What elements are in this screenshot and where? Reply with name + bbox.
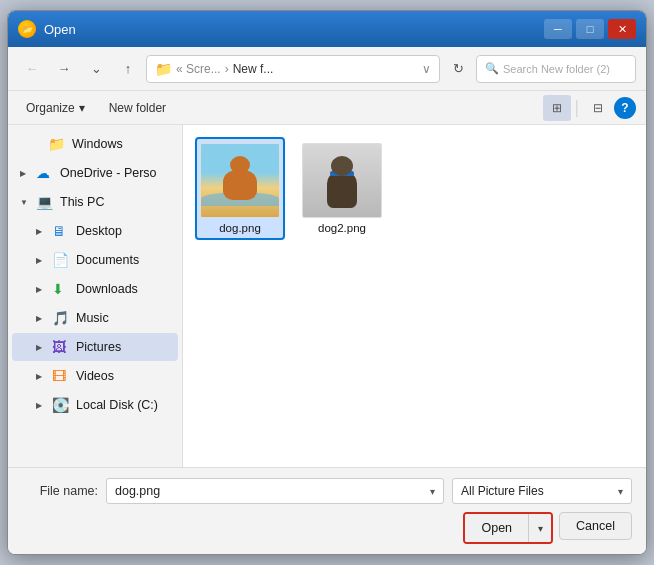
filename-dropdown-icon: ▾ — [430, 486, 435, 497]
filename-label: File name: — [22, 484, 98, 498]
expand-icon-localdisk: ▶ — [36, 401, 52, 410]
view-divider: │ — [573, 100, 582, 116]
maximize-button[interactable]: □ — [576, 19, 604, 39]
refresh-button[interactable]: ↻ — [444, 55, 472, 83]
address-sep1: › — [225, 62, 229, 76]
organize-arrow-icon: ▾ — [79, 101, 85, 115]
downloads-icon: ⬇ — [52, 281, 72, 297]
windows-folder-icon: 📁 — [48, 136, 68, 152]
grid-view-button[interactable]: ⊞ — [543, 95, 571, 121]
filetype-select[interactable]: All Picture Files ▾ — [452, 478, 632, 504]
sidebar: 📁 Windows ▶ ☁ OneDrive - Perso ▼ 💻 This … — [8, 125, 183, 467]
dog2-thumbnail — [302, 143, 382, 218]
new-folder-label: New folder — [109, 101, 166, 115]
cancel-button[interactable]: Cancel — [559, 512, 632, 540]
view-controls: ⊞ │ ⊟ ? — [543, 95, 636, 121]
file-item-dog2[interactable]: dog2.png — [297, 137, 387, 240]
action-bar: Organize ▾ New folder ⊞ │ ⊟ ? — [8, 91, 646, 125]
minimize-button[interactable]: ─ — [544, 19, 572, 39]
address-toolbar: ← → ⌄ ↑ 📁 « Scre... › New f... ∨ ↻ 🔍 Sea… — [8, 47, 646, 91]
detail-view-button[interactable]: ⊟ — [584, 95, 612, 121]
pictures-icon: 🖼 — [52, 339, 72, 355]
documents-icon: 📄 — [52, 252, 72, 268]
open-button-group: Open ▾ — [463, 512, 553, 544]
search-placeholder: Search New folder (2) — [503, 63, 610, 75]
expand-icon-thispc: ▼ — [20, 198, 36, 207]
filename-value: dog.png — [115, 484, 160, 498]
search-bar[interactable]: 🔍 Search New folder (2) — [476, 55, 636, 83]
address-part2: New f... — [233, 62, 274, 76]
filename-row: File name: dog.png ▾ All Picture Files ▾ — [22, 478, 632, 504]
expand-icon-onedrive: ▶ — [20, 169, 36, 178]
dialog-title: Open — [44, 22, 544, 37]
sidebar-item-pictures[interactable]: ▶ 🖼 Pictures — [12, 333, 178, 361]
window-controls: ─ □ ✕ — [544, 19, 636, 39]
address-dropdown-icon: ∨ — [422, 62, 431, 76]
filetype-dropdown-icon: ▾ — [618, 486, 623, 497]
title-bar: 📂 Open ─ □ ✕ — [8, 11, 646, 47]
address-part1: « Scre... — [176, 62, 221, 76]
forward-button[interactable]: → — [50, 55, 78, 83]
file-area: dog.png dog2.png — [183, 125, 646, 467]
help-button[interactable]: ? — [614, 97, 636, 119]
back-button[interactable]: ← — [18, 55, 46, 83]
localdisk-icon: 💽 — [52, 397, 72, 413]
folder-icon: 📁 — [155, 61, 172, 77]
new-folder-button[interactable]: New folder — [101, 95, 174, 121]
sidebar-item-desktop[interactable]: ▶ 🖥 Desktop — [12, 217, 178, 245]
sidebar-item-onedrive[interactable]: ▶ ☁ OneDrive - Perso — [12, 159, 178, 187]
dog1-image — [201, 143, 279, 218]
dog1-thumbnail — [200, 143, 280, 218]
sidebar-item-downloads[interactable]: ▶ ⬇ Downloads — [12, 275, 178, 303]
onedrive-icon: ☁ — [36, 165, 56, 181]
filetype-value: All Picture Files — [461, 484, 544, 498]
filename-input[interactable]: dog.png ▾ — [106, 478, 444, 504]
search-icon: 🔍 — [485, 62, 499, 75]
expand-icon-pictures: ▶ — [36, 343, 52, 352]
sidebar-item-music[interactable]: ▶ 🎵 Music — [12, 304, 178, 332]
music-icon: 🎵 — [52, 310, 72, 326]
expand-icon-desktop: ▶ — [36, 227, 52, 236]
dialog-icon: 📂 — [18, 20, 36, 38]
dog2-image — [303, 143, 381, 218]
expand-icon-videos: ▶ — [36, 372, 52, 381]
videos-icon: 🎞 — [52, 368, 72, 384]
bottom-bar: File name: dog.png ▾ All Picture Files ▾… — [8, 467, 646, 554]
open-dropdown-button[interactable]: ▾ — [529, 514, 551, 542]
dog2-filename: dog2.png — [318, 222, 366, 234]
expand-icon-music: ▶ — [36, 314, 52, 323]
thispc-icon: 💻 — [36, 194, 56, 210]
main-content: 📁 Windows ▶ ☁ OneDrive - Perso ▼ 💻 This … — [8, 125, 646, 467]
up-button[interactable]: ↑ — [114, 55, 142, 83]
buttons-row: Open ▾ Cancel — [22, 512, 632, 544]
sidebar-item-documents[interactable]: ▶ 📄 Documents — [12, 246, 178, 274]
sidebar-item-thispc[interactable]: ▼ 💻 This PC — [12, 188, 178, 216]
sidebar-item-videos[interactable]: ▶ 🎞 Videos — [12, 362, 178, 390]
organize-label: Organize — [26, 101, 75, 115]
sidebar-item-localdisk[interactable]: ▶ 💽 Local Disk (C:) — [12, 391, 178, 419]
organize-button[interactable]: Organize ▾ — [18, 95, 93, 121]
file-item-dog1[interactable]: dog.png — [195, 137, 285, 240]
dog1-filename: dog.png — [219, 222, 261, 234]
open-button[interactable]: Open — [465, 514, 529, 542]
expand-icon-downloads: ▶ — [36, 285, 52, 294]
history-dropdown-button[interactable]: ⌄ — [82, 55, 110, 83]
expand-icon-docs: ▶ — [36, 256, 52, 265]
sidebar-item-windows[interactable]: 📁 Windows — [12, 130, 178, 158]
close-button[interactable]: ✕ — [608, 19, 636, 39]
address-bar[interactable]: 📁 « Scre... › New f... ∨ — [146, 55, 440, 83]
open-dialog: 📂 Open ─ □ ✕ ← → ⌄ ↑ 📁 « Scre... › New f… — [7, 10, 647, 555]
desktop-icon: 🖥 — [52, 223, 72, 239]
